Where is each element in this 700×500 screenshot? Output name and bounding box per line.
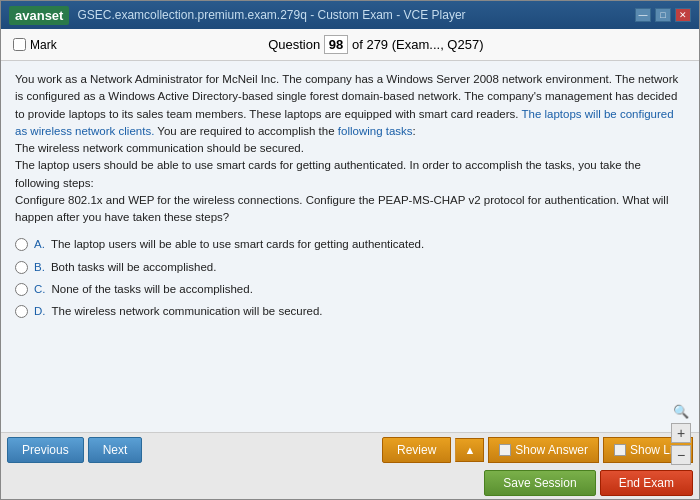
answer-option-c[interactable]: C. None of the tasks will be accomplishe… xyxy=(15,281,685,298)
mark-section: Mark xyxy=(13,38,57,52)
answer-text-d: The wireless network communication will … xyxy=(52,303,323,320)
label-c: C. xyxy=(34,281,46,298)
answer-text-b: Both tasks will be accomplished. xyxy=(51,259,217,276)
answer-option-d[interactable]: D. The wireless network communication wi… xyxy=(15,303,685,320)
previous-button[interactable]: Previous xyxy=(7,437,84,463)
search-icon[interactable]: 🔍 xyxy=(671,401,691,421)
app-logo: avanset xyxy=(9,6,69,25)
show-answer-button[interactable]: Show Answer xyxy=(488,437,599,463)
answer-text-a: The laptop users will be able to use sma… xyxy=(51,236,424,253)
sidebar-controls: 🔍 + − xyxy=(671,401,691,465)
answer-text-c: None of the tasks will be accomplished. xyxy=(52,281,253,298)
total-questions: of 279 xyxy=(352,37,388,52)
title-bar: avanset GSEC.examcollection.premium.exam… xyxy=(1,1,699,29)
save-session-button[interactable]: Save Session xyxy=(484,470,595,496)
end-exam-button[interactable]: End Exam xyxy=(600,470,693,496)
question-number: 98 xyxy=(324,35,348,54)
mark-label[interactable]: Mark xyxy=(30,38,57,52)
mark-checkbox[interactable] xyxy=(13,38,26,51)
content-wrapper: You work as a Network Administrator for … xyxy=(1,61,699,432)
app-window: avanset GSEC.examcollection.premium.exam… xyxy=(0,0,700,500)
review-arrow-button[interactable]: ▲ xyxy=(455,438,484,462)
title-bar-left: avanset GSEC.examcollection.premium.exam… xyxy=(9,6,466,25)
window-controls: — □ ✕ xyxy=(635,8,691,22)
question-label: Question xyxy=(268,37,320,52)
show-answer-checkbox-icon xyxy=(499,444,511,456)
label-b: B. xyxy=(34,259,45,276)
radio-b[interactable] xyxy=(15,261,28,274)
next-button[interactable]: Next xyxy=(88,437,143,463)
review-button[interactable]: Review xyxy=(382,437,451,463)
question-body: You work as a Network Administrator for … xyxy=(1,61,699,432)
question-info: Question 98 of 279 (Exam..., Q257) xyxy=(65,35,687,54)
zoom-in-button[interactable]: + xyxy=(671,423,691,443)
task-laptop: The laptop users should be able to use s… xyxy=(15,159,641,188)
zoom-out-button[interactable]: − xyxy=(671,445,691,465)
bottom-toolbar: Previous Next Review ▲ Show Answer Show … xyxy=(1,432,699,499)
question-body-text: You work as a Network Administrator for … xyxy=(15,73,678,137)
answer-option-b[interactable]: B. Both tasks will be accomplished. xyxy=(15,259,685,276)
task-wireless: The wireless network communication shoul… xyxy=(15,142,304,154)
radio-c[interactable] xyxy=(15,283,28,296)
show-answer-label: Show Answer xyxy=(515,443,588,457)
question-text: You work as a Network Administrator for … xyxy=(15,71,685,226)
question-header: Mark Question 98 of 279 (Exam..., Q257) xyxy=(1,29,699,61)
answers-section: A. The laptop users will be able to use … xyxy=(15,236,685,320)
window-title: GSEC.examcollection.premium.exam.279q - … xyxy=(77,8,465,22)
toolbar-row1: Previous Next Review ▲ Show Answer Show … xyxy=(1,433,699,467)
maximize-button[interactable]: □ xyxy=(655,8,671,22)
main-content: Mark Question 98 of 279 (Exam..., Q257) … xyxy=(1,29,699,499)
label-a: A. xyxy=(34,236,45,253)
show-list-checkbox-icon xyxy=(614,444,626,456)
toolbar-row2: Save Session End Exam xyxy=(1,467,699,499)
close-button[interactable]: ✕ xyxy=(675,8,691,22)
steps-text: Configure 802.1x and WEP for the wireles… xyxy=(15,194,668,223)
exam-info: (Exam..., Q257) xyxy=(392,37,484,52)
answer-option-a[interactable]: A. The laptop users will be able to use … xyxy=(15,236,685,253)
radio-a[interactable] xyxy=(15,238,28,251)
radio-d[interactable] xyxy=(15,305,28,318)
label-d: D. xyxy=(34,303,46,320)
minimize-button[interactable]: — xyxy=(635,8,651,22)
